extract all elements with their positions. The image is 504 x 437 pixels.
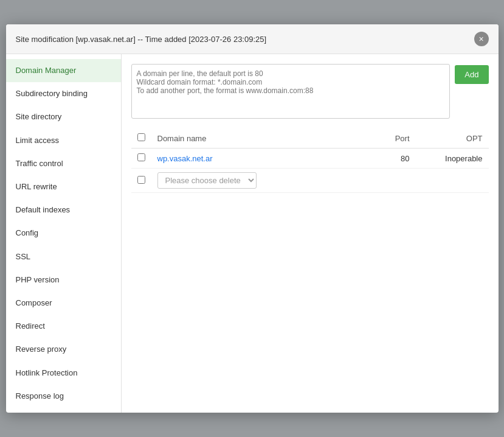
sidebar-item-reverse-proxy[interactable]: Reverse proxy (6, 338, 121, 361)
domain-table: Domain name Port OPT wp.vasak.net.ar 80 … (131, 128, 489, 193)
delete-select[interactable]: Please choose delete (157, 172, 257, 189)
table-row: wp.vasak.net.ar 80 Inoperable (131, 149, 489, 169)
header-port: Port (367, 128, 416, 149)
delete-checkbox[interactable] (137, 176, 145, 184)
header-opt: OPT (416, 128, 489, 149)
sidebar-item-response-log[interactable]: Response log (6, 385, 121, 408)
header-checkbox-cell (131, 128, 151, 149)
sidebar-item-domain-manager[interactable]: Domain Manager (6, 59, 121, 82)
sidebar: Domain ManagerSubdirectory bindingSite d… (6, 54, 122, 413)
sidebar-item-php-version[interactable]: PHP version (6, 268, 121, 292)
sidebar-item-subdirectory-binding[interactable]: Subdirectory binding (6, 82, 121, 105)
modal-dialog: Site modification [wp.vasak.net.ar] -- T… (6, 24, 499, 413)
row-checkbox[interactable] (137, 153, 145, 161)
delete-row: Please choose delete (131, 169, 489, 193)
sidebar-item-hotlink-protection[interactable]: Hotlink Protection (6, 362, 121, 385)
content-area: Add Domain name Port OPT (122, 54, 499, 413)
sidebar-item-composer[interactable]: Composer (6, 292, 121, 315)
header-domain: Domain name (151, 128, 367, 149)
modal-overlay: Site modification [wp.vasak.net.ar] -- T… (0, 0, 504, 437)
sidebar-item-traffic-control[interactable]: Traffic control (6, 152, 121, 175)
table-body: wp.vasak.net.ar 80 Inoperable Please cho… (131, 149, 489, 193)
add-domain-button[interactable]: Add (455, 65, 488, 84)
modal-body: Domain ManagerSubdirectory bindingSite d… (6, 54, 499, 413)
row-domain: wp.vasak.net.ar (151, 149, 367, 169)
delete-checkbox-cell (131, 169, 151, 193)
sidebar-item-ssl[interactable]: SSL (6, 245, 121, 268)
sidebar-item-redirect[interactable]: Redirect (6, 315, 121, 338)
modal-close-button[interactable]: × (474, 32, 489, 46)
domain-link[interactable]: wp.vasak.net.ar (157, 154, 213, 163)
sidebar-item-limit-access[interactable]: Limit access (6, 129, 121, 152)
row-status: Inoperable (416, 149, 489, 169)
domain-textarea[interactable] (131, 64, 450, 119)
row-checkbox-cell (131, 149, 151, 169)
modal-header: Site modification [wp.vasak.net.ar] -- T… (6, 24, 499, 54)
modal-title: Site modification [wp.vasak.net.ar] -- T… (16, 35, 267, 44)
table-header-row: Domain name Port OPT (131, 128, 489, 149)
select-all-checkbox[interactable] (137, 133, 145, 141)
sidebar-item-site-directory[interactable]: Site directory (6, 105, 121, 128)
table-header: Domain name Port OPT (131, 128, 489, 149)
row-port: 80 (367, 149, 416, 169)
domain-input-row: Add (131, 64, 489, 119)
sidebar-item-default-indexes[interactable]: Default indexes (6, 198, 121, 222)
delete-select-cell: Please choose delete (151, 169, 489, 193)
sidebar-item-config[interactable]: Config (6, 222, 121, 245)
sidebar-item-url-rewrite[interactable]: URL rewrite (6, 175, 121, 198)
